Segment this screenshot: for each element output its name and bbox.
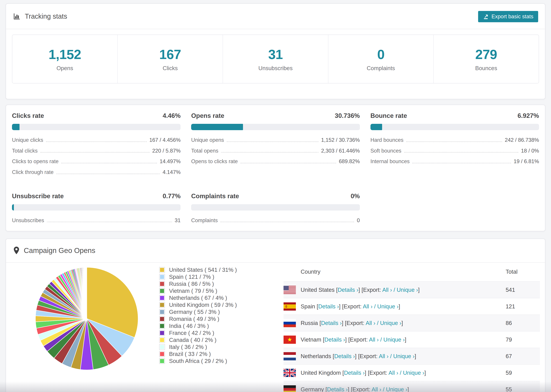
stat-cell: 0Complaints [328, 35, 434, 83]
dotted-leader [406, 141, 502, 142]
rate-progress-bar [370, 124, 539, 130]
rate-detail-value: 167 / 4.456% [149, 137, 181, 143]
geo-header: Campaign Geo Opens [6, 239, 545, 263]
rate-title: Clicks rate [12, 112, 44, 119]
export-all-link[interactable]: All › [389, 370, 398, 376]
dotted-leader [412, 163, 511, 163]
export-label: Export: [344, 303, 363, 309]
stat-cell: 167Clicks [118, 35, 223, 83]
export-all-link[interactable]: All › [382, 287, 392, 293]
details-link[interactable]: Details › [321, 320, 342, 326]
legend-swatch-box [159, 281, 165, 287]
slash: / [389, 353, 393, 359]
bracket: ] [ [358, 287, 363, 293]
legend-swatch-box [159, 358, 165, 364]
rate-detail-label: Total clicks [12, 148, 38, 154]
rate-detail-value: 1,152 / 30.736% [321, 137, 360, 143]
legend-swatch [160, 345, 164, 349]
location-pin-icon [13, 247, 20, 254]
rate-block-header: Clicks rate4.46% [12, 112, 181, 119]
rate-value: 4.46% [162, 112, 181, 119]
legend-label: South Africa ( 29 / 2% ) [169, 358, 227, 364]
details-link[interactable]: Details › [338, 287, 358, 293]
rate-detail-value: 18 / 0% [521, 148, 539, 154]
export-all-link[interactable]: All › [369, 336, 379, 343]
dotted-leader [220, 222, 354, 222]
rate-block-header: Complaints rate0% [191, 193, 360, 200]
legend-label: United Kingdom ( 59 / 3% ) [169, 302, 237, 308]
tracking-stats-title: Tracking stats [25, 13, 67, 20]
export-unique-link[interactable]: Unique › [377, 303, 399, 309]
rate-title: Unsubscribe rate [12, 193, 64, 200]
stat-label: Complaints [367, 65, 395, 71]
details-link[interactable]: Details › [318, 303, 339, 309]
export-label: Export: [350, 336, 369, 343]
export-unique-link[interactable]: Unique › [403, 370, 424, 376]
summary-stats-row: 1,152Opens167Clicks31Unsubscribes0Compla… [12, 35, 539, 84]
tracking-stats-header: Tracking stats [6, 4, 545, 29]
export-all-link[interactable]: All › [379, 353, 389, 359]
details-link[interactable]: Details › [344, 370, 365, 376]
legend-swatch [160, 303, 164, 307]
legend-label: France ( 42 / 2% ) [169, 330, 214, 336]
export-unique-link[interactable]: Unique › [383, 336, 405, 343]
export-all-link[interactable]: All › [366, 320, 375, 326]
table-row: Spain [Details ›] [Export: All › / Uniqu… [283, 298, 540, 315]
legend-label: United States ( 541 / 31% ) [169, 267, 237, 273]
details-link[interactable]: Details › [334, 353, 355, 359]
flag-us-icon [283, 286, 296, 294]
legend-swatch [160, 289, 164, 293]
campaign-geo-opens-card: Campaign Geo Opens United States ( 541 /… [6, 238, 545, 392]
export-button-label: Export basic stats [491, 14, 533, 20]
rate-detail-label: Complaints [191, 217, 218, 224]
legend-swatch [160, 296, 164, 300]
country-cell: United Kingdom [Details ›] [Export: All … [301, 370, 506, 376]
country-cell: Spain [Details ›] [Export: All › / Uniqu… [301, 303, 506, 310]
legend-swatch [160, 359, 164, 363]
geo-table-header: Country Total [283, 262, 540, 281]
rate-detail-rows: Hard bounces242 / 86.738%Soft bounces18 … [370, 137, 539, 165]
export-label: Export: [346, 320, 366, 326]
rates-card: Clicks rate4.46%Unique clicks167 / 4.456… [6, 105, 545, 231]
rate-detail-value: 220 / 5.87% [152, 148, 181, 154]
slash: / [379, 336, 383, 343]
rate-progress-fill [191, 124, 243, 130]
legend-label: Romania ( 49 / 3% ) [169, 316, 219, 322]
rate-detail-value: 0 [357, 217, 360, 224]
export-unique-link[interactable]: Unique › [397, 287, 418, 293]
legend-swatch [160, 310, 164, 314]
rate-block-header: Bounce rate6.927% [370, 112, 539, 119]
bracket: ] [418, 287, 420, 293]
country-name: Spain [301, 303, 317, 309]
rate-detail-row: Complaints0 [191, 217, 360, 224]
rate-detail-row: Internal bounces19 / 6.81% [370, 158, 539, 165]
dotted-leader [404, 152, 518, 153]
bracket: [ [342, 370, 344, 376]
bracket: [ [317, 303, 318, 309]
export-unique-link[interactable]: Unique › [393, 353, 415, 359]
dotted-leader [227, 141, 318, 142]
rate-title: Opens rate [191, 112, 224, 119]
legend-item: Netherlands ( 67 / 4% ) [159, 294, 237, 301]
stat-value: 279 [475, 47, 497, 62]
legend-swatch [160, 338, 164, 342]
rate-detail-value: 242 / 86.738% [505, 137, 539, 143]
legend-swatch-box [159, 351, 165, 357]
legend-label: India ( 46 / 3% ) [169, 323, 209, 329]
export-all-link[interactable]: All › [363, 303, 373, 309]
geo-pie-chart [34, 266, 140, 371]
rate-detail-value: 31 [175, 217, 181, 224]
rate-detail-rows: Unique clicks167 / 4.456%Total clicks220… [12, 137, 181, 175]
legend-label: Germany ( 55 / 3% ) [169, 309, 220, 315]
export-unique-link[interactable]: Unique › [380, 320, 402, 326]
legend-swatch-box [159, 330, 165, 336]
page-bottom-fade [0, 381, 551, 392]
bracket: ] [415, 353, 416, 359]
bracket: ] [ [365, 370, 369, 376]
export-label: Export: [363, 287, 382, 293]
rate-detail-row: Hard bounces242 / 86.738% [370, 137, 539, 143]
details-link[interactable]: Details › [325, 336, 345, 343]
flag-ru-icon [283, 319, 296, 327]
export-basic-stats-button[interactable]: Export basic stats [478, 11, 538, 22]
rate-detail-row: Opens to clicks rate689.82% [191, 158, 360, 165]
